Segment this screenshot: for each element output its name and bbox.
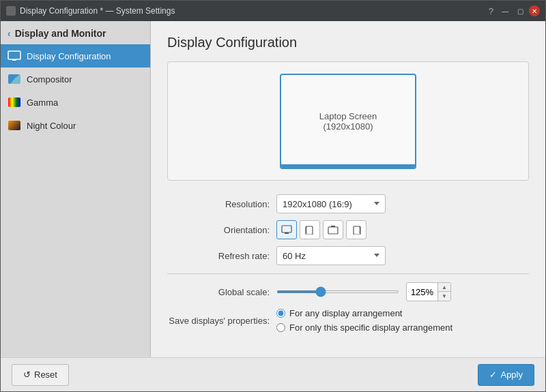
- maximize-button[interactable]: ▢: [514, 5, 526, 17]
- resolution-control: 1920x1080 (16:9) 1280x720 (16:9) 1024x76…: [276, 194, 386, 213]
- minimize-button[interactable]: —: [499, 5, 511, 17]
- sidebar-item-gamma[interactable]: Gamma: [1, 91, 150, 114]
- back-arrow-icon: ‹: [8, 28, 11, 39]
- svg-rect-5: [328, 227, 338, 234]
- svg-rect-6: [331, 226, 335, 227]
- spinbox-down-arrow[interactable]: ▼: [438, 292, 450, 301]
- monitor-icon: [8, 49, 21, 63]
- resolution-dropdown[interactable]: 1920x1080 (16:9) 1280x720 (16:9) 1024x76…: [276, 194, 386, 213]
- sidebar-item-label: Display Configuration: [27, 51, 111, 61]
- save-displays-any-label: For any display arrangement: [289, 308, 402, 318]
- global-scale-row: Global scale: 125% ▲ ▼: [167, 282, 529, 301]
- reset-label: Reset: [34, 370, 57, 380]
- orientation-normal-button[interactable]: [276, 220, 297, 239]
- save-displays-options: For any display arrangement For only thi…: [276, 308, 452, 333]
- titlebar-controls: ? — ▢ ✕: [489, 5, 540, 17]
- svg-rect-0: [8, 51, 20, 59]
- titlebar: Display Configuration * — System Setting…: [1, 1, 545, 21]
- divider: [167, 273, 529, 274]
- sidebar-item-compositor[interactable]: Compositor: [1, 67, 150, 91]
- sidebar-item-label: Compositor: [27, 74, 72, 85]
- sidebar-item-label: Gamma: [27, 97, 58, 108]
- global-scale-label: Global scale:: [167, 287, 276, 297]
- save-displays-label: Save displays' properties:: [167, 316, 276, 326]
- gamma-icon: [8, 95, 21, 109]
- apply-button[interactable]: ✓ Apply: [478, 364, 534, 386]
- close-button[interactable]: ✕: [529, 5, 540, 16]
- orientation-inverted-button[interactable]: [323, 220, 343, 239]
- reset-button[interactable]: ↺ Reset: [12, 364, 69, 386]
- window: Display Configuration * — System Setting…: [0, 0, 546, 392]
- body: ‹ Display and Monitor Display Configurat…: [1, 21, 545, 357]
- orientation-buttons: [276, 220, 367, 239]
- titlebar-left: Display Configuration * — System Setting…: [6, 6, 175, 16]
- orientation-label: Orientation:: [167, 225, 276, 235]
- global-scale-container: 125% ▲ ▼: [276, 282, 451, 301]
- window-title: Display Configuration * — System Setting…: [20, 6, 175, 16]
- orientation-row: Orientation:: [167, 220, 529, 239]
- app-icon: [6, 6, 16, 16]
- sidebar-back-button[interactable]: ‹ Display and Monitor: [1, 21, 150, 44]
- footer: ↺ Reset ✓ Apply: [1, 357, 545, 391]
- apply-checkmark-icon: ✓: [489, 370, 497, 380]
- sidebar-item-display-configuration[interactable]: Display Configuration: [1, 44, 150, 67]
- svg-rect-1: [12, 59, 16, 61]
- refresh-rate-label: Refresh rate:: [167, 251, 276, 261]
- global-scale-slider[interactable]: [276, 290, 399, 293]
- sidebar-section-title: Display and Monitor: [15, 28, 106, 39]
- monitor-box[interactable]: Laptop Screen (1920x1080): [280, 74, 416, 169]
- svg-rect-4: [306, 226, 313, 235]
- main-content: Display Configuration Laptop Screen (192…: [151, 21, 545, 357]
- save-displays-row: Save displays' properties: For any displ…: [167, 308, 529, 333]
- save-displays-any-option[interactable]: For any display arrangement: [276, 308, 452, 318]
- svg-rect-2: [282, 226, 291, 232]
- spinbox-arrows: ▲ ▼: [437, 283, 450, 301]
- svg-rect-7: [354, 226, 360, 235]
- sidebar-item-label: Night Colour: [27, 121, 76, 131]
- sidebar-item-night-colour[interactable]: Night Colour: [1, 114, 150, 137]
- reset-icon: ↺: [23, 370, 31, 380]
- spinbox-up-arrow[interactable]: ▲: [438, 283, 450, 292]
- orientation-left-button[interactable]: [300, 220, 320, 239]
- save-displays-this-option[interactable]: For only this specific display arrangeme…: [276, 322, 452, 333]
- global-scale-spinbox: 125% ▲ ▼: [406, 282, 451, 301]
- compositor-icon: [8, 72, 21, 86]
- apply-label: Apply: [500, 370, 523, 380]
- help-icon[interactable]: ?: [489, 6, 493, 16]
- orientation-control: [276, 220, 367, 239]
- save-displays-any-radio[interactable]: [276, 309, 285, 318]
- resolution-row: Resolution: 1920x1080 (16:9) 1280x720 (1…: [167, 194, 529, 213]
- save-displays-this-label: For only this specific display arrangeme…: [289, 322, 452, 333]
- sidebar: ‹ Display and Monitor Display Configurat…: [1, 21, 151, 357]
- page-title: Display Configuration: [167, 35, 529, 50]
- nightcolour-icon: [8, 119, 21, 132]
- resolution-label: Resolution:: [167, 199, 276, 209]
- monitor-resolution: (1920x1080): [324, 121, 373, 132]
- orientation-right-button[interactable]: [346, 220, 367, 239]
- refresh-rate-dropdown[interactable]: 60 Hz 75 Hz 120 Hz 144 Hz: [276, 246, 386, 265]
- save-displays-this-radio[interactable]: [276, 323, 285, 332]
- refresh-rate-control: 60 Hz 75 Hz 120 Hz 144 Hz: [276, 246, 386, 265]
- svg-rect-3: [285, 232, 289, 234]
- refresh-rate-row: Refresh rate: 60 Hz 75 Hz 120 Hz 144 Hz: [167, 246, 529, 265]
- monitor-preview-area: Laptop Screen (1920x1080): [167, 61, 529, 181]
- monitor-name: Laptop Screen: [319, 111, 377, 121]
- global-scale-input[interactable]: 125%: [407, 285, 437, 299]
